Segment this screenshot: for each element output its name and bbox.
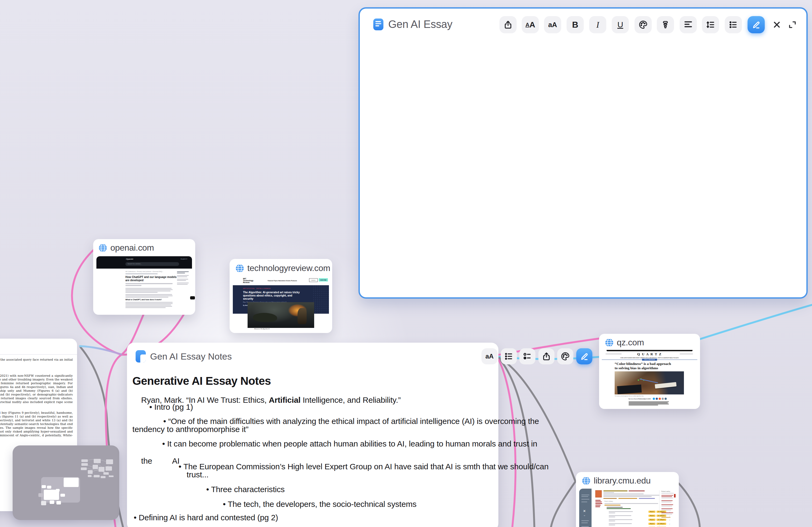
related-reading-label: Related reading — [661, 491, 670, 492]
text-size-button[interactable]: aA — [481, 348, 497, 364]
site-label: technologyreview.com — [247, 263, 330, 273]
qz-tag-pill[interactable]: TECH & INNOVATION — [642, 359, 657, 361]
pen-tool-button[interactable] — [576, 348, 592, 364]
bullet-list-button[interactable] — [501, 348, 517, 364]
library-thumbnail[interactable]: ✕ ⌄ Find in Library — [579, 488, 676, 527]
site-label: openai.com — [110, 243, 154, 253]
minimap-block — [50, 500, 54, 504]
subscribe-button[interactable]: SUBSCRIBE — [319, 278, 328, 282]
qz-article-photo — [615, 371, 684, 394]
openai-article-title-1: How ChatGPT and our language models — [126, 275, 177, 278]
align-button[interactable] — [680, 16, 697, 33]
essay-editor-area[interactable] — [360, 38, 806, 293]
notes-bullet: • “One of the main difficulties with ana… — [163, 417, 539, 426]
share-button[interactable] — [499, 16, 517, 33]
request-button[interactable]: Request — [649, 523, 655, 525]
qz-nav[interactable]: HOME LATEST BUSINESS NEWS MONEY & MARKET… — [602, 358, 697, 359]
palette-button[interactable] — [635, 16, 652, 33]
divider — [659, 490, 659, 527]
qz-headline-2: to solving bias in algorithms — [615, 366, 658, 370]
underline-button[interactable]: U — [612, 16, 629, 33]
line-spacing-button[interactable] — [702, 16, 719, 33]
italic-button[interactable]: I — [589, 16, 606, 33]
openai-breadcrumb[interactable]: All Collections › Privacy and policies ›… — [126, 271, 163, 272]
checklist-button[interactable] — [519, 348, 535, 364]
minimap-block — [47, 486, 51, 488]
signin-button[interactable]: SIGN IN — [309, 278, 318, 282]
row-chevron-icon[interactable]: ⌄ — [669, 523, 670, 525]
minimap-card[interactable] — [13, 446, 119, 520]
social-twitter-icon[interactable] — [653, 398, 655, 400]
book-cover — [595, 490, 602, 497]
notes-bullet-wrap: theAI — [132, 447, 180, 475]
notes-card[interactable]: Gen AI Essay Notes aA Generative AI Essa… — [127, 343, 498, 527]
openai-article-title-2: are developed — [126, 279, 143, 282]
sidebar-chevron-icon[interactable]: ⌄ — [583, 513, 586, 517]
note-doc-icon — [135, 350, 146, 362]
social-link-icon[interactable] — [665, 398, 667, 400]
minimap-block — [56, 489, 60, 492]
row-chevron-icon[interactable]: ⌄ — [669, 519, 670, 521]
find-in-library: Find in Library — [605, 500, 613, 502]
scan-request-button[interactable]: Scan Request — [656, 523, 666, 525]
scan-request-button[interactable]: Scan Request — [656, 515, 666, 517]
web-card-openai[interactable]: openai.com OpenAI English ▾ Search for a… — [93, 239, 195, 315]
wire-gray-library-right[interactable] — [679, 483, 700, 527]
bold-button[interactable]: B — [567, 16, 584, 33]
scan-request-button[interactable]: Scan Request — [656, 519, 666, 521]
category-label[interactable]: ARTIFICIAL INTELLIGENCE — [243, 288, 271, 289]
web-card-qz[interactable]: qz.com Q U A R T Z HOME LATEST BUSINESS … — [599, 334, 700, 409]
web-card-library-cmu[interactable]: library.cmu.edu ✕ ⌄ — [576, 472, 679, 527]
notes-bullet-wrap: trust... — [187, 470, 209, 479]
request-button[interactable]: Request — [649, 519, 655, 521]
qz-headline-1: “Color-blindness” is a bad approach — [615, 362, 671, 366]
openai-brand: OpenAI — [126, 258, 133, 260]
request-button[interactable]: Request — [649, 515, 655, 517]
close-button[interactable] — [768, 16, 785, 33]
minimap-block — [39, 493, 43, 497]
bullet-list-button[interactable] — [725, 16, 742, 33]
site-label: qz.com — [617, 337, 644, 347]
minimap-block — [64, 478, 79, 487]
social-facebook-icon[interactable] — [656, 398, 658, 400]
minimap-block — [41, 501, 46, 505]
qz-top-bar — [607, 350, 693, 351]
request-button[interactable]: Request — [649, 511, 655, 513]
openai-link-port[interactable] — [190, 296, 195, 300]
text-size-button[interactable]: aA — [544, 16, 561, 33]
web-card-technologyreview[interactable]: technologyreview.com MITTechnologyReview… — [230, 259, 332, 333]
headline-2: questions about ethics, copyright, and — [243, 294, 292, 297]
openai-thumbnail[interactable]: OpenAI English ▾ Search for articles... … — [97, 256, 192, 311]
side-tag — [674, 494, 676, 497]
document-icon — [373, 18, 383, 30]
notes-bullet: • It can become problematic when people … — [162, 439, 537, 448]
social-reddit-icon[interactable] — [659, 398, 661, 400]
globe-icon — [582, 477, 591, 485]
library-sidebar[interactable]: ✕ ⌄ — [579, 488, 592, 527]
share-button[interactable] — [538, 348, 554, 364]
essay-card[interactable]: Gen AI Essay AA aA B I U — [359, 7, 808, 299]
highlighter-button[interactable] — [657, 16, 674, 33]
pen-tool-button[interactable] — [748, 16, 765, 33]
font-style-button[interactable]: AA — [522, 16, 539, 33]
qz-pubdate: Published April 3, 2019 — [638, 398, 650, 400]
row-chevron-icon[interactable]: ⌄ — [669, 515, 670, 517]
minimap-block — [56, 501, 61, 505]
notes-bullet: • Defining AI is hard and contested (pg … — [134, 513, 278, 522]
techreview-thumbnail[interactable]: MITTechnologyReview Featured Topics News… — [233, 276, 329, 330]
notes-bullet-wrap: tendency to anthropomorphise it” — [132, 425, 248, 434]
wire-gray-library-left[interactable] — [551, 482, 575, 527]
openai-search-input[interactable]: Search for articles... — [126, 262, 179, 266]
globe-icon — [605, 338, 613, 347]
notes-heading: Generative AI Essay Notes — [132, 375, 271, 388]
expand-button[interactable] — [784, 16, 801, 33]
techreview-footer: Welcome to The Algorithm 2.0 — [254, 328, 270, 330]
social-email-icon[interactable] — [662, 398, 664, 400]
minimap-node-cluster — [80, 456, 115, 480]
site-label: library.cmu.edu — [594, 476, 651, 486]
minimap-block — [60, 494, 65, 497]
palette-button[interactable] — [557, 348, 573, 364]
qz-thumbnail[interactable]: Q U A R T Z HOME LATEST BUSINESS NEWS MO… — [602, 350, 697, 406]
techreview-nav[interactable]: Featured Topics Newsletters Events Podca… — [268, 280, 297, 282]
sidebar-close-icon[interactable]: ✕ — [583, 509, 586, 513]
